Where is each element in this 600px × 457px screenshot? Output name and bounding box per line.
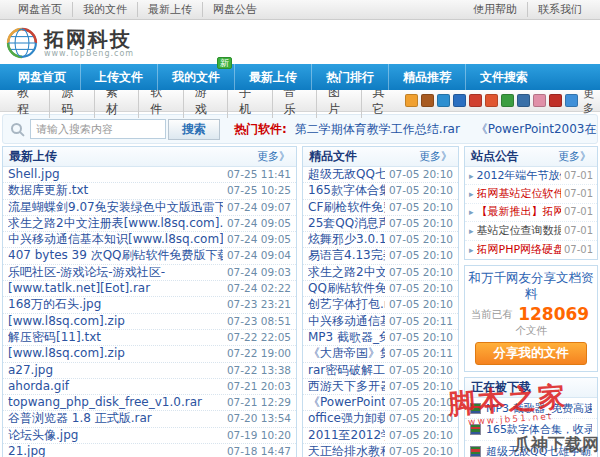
- file-link[interactable]: 2011至2012学年度第二学期体育教学工作总: [308, 428, 385, 443]
- announcement-link[interactable]: 基站定位查询数据库: [477, 222, 561, 240]
- hot-software-link[interactable]: 第二学期体育教学工作总结.rar: [295, 122, 460, 136]
- file-link[interactable]: office强力卸载工具 Microsoft Office Fixits.rar: [308, 411, 385, 426]
- file-link[interactable]: a27.jpg: [8, 363, 223, 378]
- file-date: 07-24 02:22: [227, 281, 291, 296]
- sohu-icon[interactable]: [549, 94, 562, 107]
- announcement-date: 07-01: [564, 222, 593, 240]
- topbar-link[interactable]: 网盘首页: [8, 2, 72, 17]
- file-link[interactable]: 求生之路2中文注册表.rar: [308, 265, 385, 280]
- qq-zone-icon[interactable]: [437, 94, 450, 107]
- favorite-star-icon[interactable]: [405, 94, 418, 107]
- file-link[interactable]: 21.jpg: [8, 444, 223, 457]
- douban-icon[interactable]: [501, 94, 514, 107]
- downloading-file-link[interactable]: 超级无敌QQ七雄争霸助手: [486, 444, 592, 457]
- sina-weibo-icon[interactable]: [469, 94, 482, 107]
- hot-software-link[interactable]: 《PowerPoint2003在教学中的深度应用》配套文档.rar: [476, 122, 598, 136]
- file-link[interactable]: 165款字体合集，收录了165款中文字体.rar: [308, 183, 385, 198]
- nav-item[interactable]: 我的文件 新: [157, 64, 234, 90]
- nav-item[interactable]: 上传文件: [80, 64, 157, 90]
- more-link[interactable]: 更多》: [257, 149, 290, 164]
- topbar-link[interactable]: 网盘公告: [202, 2, 267, 17]
- downloading-file-link[interactable]: 165款字体合集，收录了165款: [486, 422, 592, 437]
- search-button[interactable]: 搜索: [168, 119, 220, 140]
- nav-item[interactable]: 热门排行: [311, 64, 388, 90]
- file-link[interactable]: ahorda.gif: [8, 379, 223, 394]
- topbar-link[interactable]: 我的文件: [72, 2, 137, 17]
- file-date: 07-24 09:05: [227, 216, 291, 231]
- tencent-weibo-icon[interactable]: [533, 94, 546, 107]
- file-link[interactable]: MP3 截歌器_免费高速下载.rar: [308, 330, 385, 345]
- file-link[interactable]: QQ刷钻软件免费版下载v5.3.3.rar: [308, 281, 385, 296]
- latest-uploads-header: 最新上传 更多》: [3, 147, 296, 167]
- kaixin-icon[interactable]: [517, 94, 530, 107]
- more-icons-link[interactable]: 更多: [583, 86, 594, 116]
- file-row: QQ刷钻软件免费版下载v5.3.3.rar 07-05 20:10: [303, 281, 458, 297]
- file-row: CF刷枪软件免费无毒下载v1.0.1.rar 07-05 20:10: [303, 200, 458, 216]
- nav-item[interactable]: 文件搜索: [465, 64, 542, 90]
- nav-item-label: 上传文件: [95, 70, 143, 84]
- file-link[interactable]: 易语言4.13完美破解版.rar: [308, 248, 385, 263]
- file-link[interactable]: 天正给排水教程.rar: [308, 444, 385, 457]
- file-date: 07-05 20:10: [389, 411, 453, 426]
- topbar-link[interactable]: 联系我们: [527, 2, 592, 17]
- striped-file-icon: [470, 446, 481, 457]
- file-link[interactable]: CF刷枪软件免费无毒下载v1.0.1.rar: [308, 200, 385, 215]
- announcement-row: ▸ 拓网PHP网络硬盘系统 07-01: [465, 241, 597, 259]
- file-link[interactable]: 求生之路2中文注册表[www.l8sq.com].rar: [8, 216, 223, 231]
- file-link[interactable]: 论坛头像.jpg: [8, 428, 223, 443]
- share-my-files-button[interactable]: 分享我的文件: [475, 342, 587, 365]
- downloading-file-link[interactable]: MP3 截歌器_免费高速下载.rar: [486, 401, 592, 416]
- file-row: 25套QQ消息声音合集.rar 07-05 20:10: [303, 216, 458, 232]
- file-link[interactable]: 解压密码[11].txt: [8, 330, 223, 345]
- search-input[interactable]: [30, 119, 166, 139]
- topbar-link[interactable]: 使用帮助: [463, 2, 527, 17]
- file-link[interactable]: 《PowerPoint2003在教学中的深度应用》配: [308, 395, 385, 410]
- file-link[interactable]: 西游天下多开器无限多开可试用.rar: [308, 379, 385, 394]
- announcement-date: 07-01: [564, 241, 593, 259]
- file-link[interactable]: Shell.jpg: [8, 167, 223, 182]
- file-date: 07-18 14:47: [227, 444, 291, 457]
- announcement-link[interactable]: 2012年端午节放假通知: [477, 167, 561, 185]
- file-date: 07-05 20:10: [389, 379, 453, 394]
- nav-item[interactable]: 精品推荐: [388, 64, 465, 90]
- file-link[interactable]: rar密码破解工具.rar: [308, 363, 385, 378]
- more-link[interactable]: 更多》: [558, 149, 591, 164]
- file-link[interactable]: [www.tatlk.net][Eot].rar: [8, 281, 223, 296]
- file-link[interactable]: 乐吧社区-游戏论坛-游戏社区-: [8, 265, 223, 280]
- panel-title: 最新上传: [9, 148, 57, 165]
- file-link[interactable]: 168万的石头.jpg: [8, 297, 223, 312]
- site-url: www.TopBeng.com: [44, 49, 134, 58]
- nav-item[interactable]: 最新上传: [234, 64, 311, 90]
- new-badge: 新: [217, 57, 232, 69]
- file-link[interactable]: 流星蝴蝶剑9.07免安装绿色中文版迅雷下载: [8, 200, 223, 215]
- file-link[interactable]: 《大唐帝国》集市交易系统操作流程及使用: [308, 346, 385, 361]
- baidu-share-icon[interactable]: [421, 94, 434, 107]
- tieba-icon[interactable]: [485, 94, 498, 107]
- file-link[interactable]: 25套QQ消息声音合集.rar: [308, 216, 385, 231]
- announcement-link[interactable]: 【最新推出】拓网长微博系: [477, 204, 561, 222]
- file-date: 07-05 20:10: [389, 428, 453, 443]
- file-link[interactable]: 创艺字体打包.rar: [308, 297, 385, 312]
- file-date: 07-05 20:10: [389, 297, 453, 312]
- file-link[interactable]: 中兴移动通信基本知识[www.l8sq.com].rar: [8, 232, 223, 247]
- announcement-link[interactable]: 拓网基站定位软件: [477, 185, 561, 203]
- file-row: 中兴移动通信基本知识[www.l8sq.com].rar 07-24 09:05: [3, 232, 296, 248]
- file-link[interactable]: 数据库更新.txt: [8, 183, 223, 198]
- file-link[interactable]: 407 bytes 39 次QQ刷钻软件免费版下载: [8, 248, 223, 263]
- announcement-link[interactable]: 拓网PHP网络硬盘系统: [477, 241, 561, 259]
- logo-text: 拓网科技 www.TopBeng.com: [44, 29, 134, 58]
- file-link[interactable]: 中兴移动通信基本知识.doc: [308, 314, 385, 329]
- topbar-link[interactable]: 最新上传: [137, 2, 202, 17]
- nav-item[interactable]: 网盘首页: [4, 64, 80, 90]
- file-link[interactable]: 谷普浏览器 1.8 正式版.rar: [8, 411, 223, 426]
- file-link[interactable]: topwang_php_disk_free_v1.0.rar: [8, 395, 223, 410]
- file-link[interactable]: [www.l8sq.com].zip: [8, 346, 223, 361]
- file-link[interactable]: 炫舞邪少3.0.1全模式高分稳定版0627-2.rar: [308, 232, 385, 247]
- renren-icon[interactable]: [453, 94, 466, 107]
- file-link[interactable]: 超级无敌QQ七雄争霸助手3.6.2 Beta4 Build: [308, 167, 385, 182]
- more-link[interactable]: 更多》: [419, 149, 452, 164]
- file-row: rar密码破解工具.rar 07-05 20:10: [303, 363, 458, 379]
- file-link[interactable]: [www.l8sq.com].zip: [8, 314, 223, 329]
- file-row: 炫舞邪少3.0.1全模式高分稳定版0627-2.rar 07-05 20:10: [303, 232, 458, 248]
- more-share-icon[interactable]: [565, 94, 578, 107]
